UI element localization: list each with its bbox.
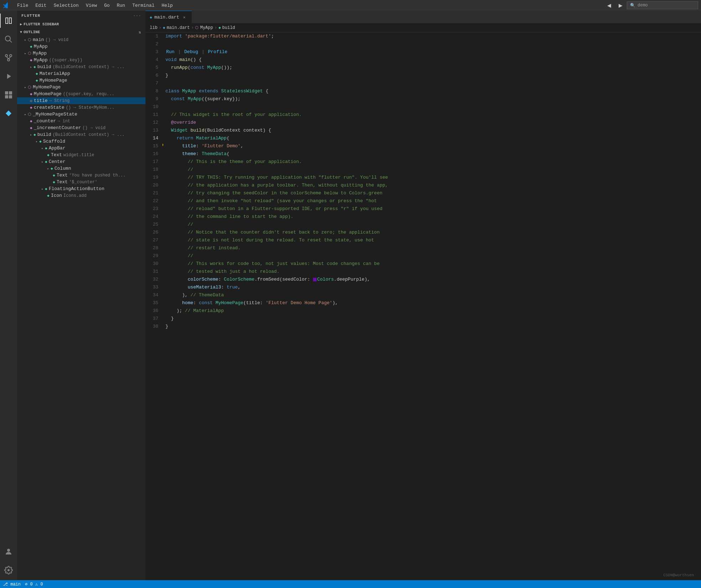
- ln-21: 21: [145, 189, 163, 197]
- icon-myapp-constructor: ◆: [30, 58, 32, 62]
- comment-21: // and then invoke "hot reload" (save yo…: [165, 197, 377, 205]
- outline-item-text-counter[interactable]: ◆ Text '$_counter': [17, 179, 145, 185]
- bottom-activity-icons: [0, 543, 17, 580]
- breadcrumb-method-icon: ◆: [219, 25, 221, 30]
- ln-35: 35: [145, 299, 163, 307]
- outline-item-main[interactable]: ▸ ⬡ main () → void: [17, 36, 145, 43]
- svg-rect-10: [9, 91, 12, 94]
- outline-item-column[interactable]: ▸ ◆ Column: [17, 165, 145, 172]
- indent-15: [165, 150, 182, 158]
- debug-link[interactable]: Debug: [184, 48, 198, 56]
- breadcrumb-method[interactable]: ◆ build: [219, 25, 235, 30]
- outline-item-increment[interactable]: ◆ _incrementCounter () → void: [17, 124, 145, 131]
- comment-17: //: [165, 166, 193, 174]
- ln-30: 30: [145, 260, 163, 268]
- icon-scaffold: ◆: [39, 139, 42, 144]
- ln-20: 20: [145, 181, 163, 189]
- outline-item-center[interactable]: ▸ ◆ Center: [17, 158, 145, 165]
- outline-item-myhomepage-in-build[interactable]: ◆ MyHomePage: [17, 77, 145, 84]
- activity-search[interactable]: [0, 31, 17, 48]
- vscode-icon: [3, 2, 9, 8]
- menu-go[interactable]: Go: [101, 2, 113, 9]
- svg-point-15: [7, 569, 10, 571]
- prop-colorscheme: colorScheme: [188, 276, 218, 283]
- str-home-page: 'Flutter Demo Home Page': [266, 299, 332, 307]
- code-content[interactable]: import 'package:flutter/material.dart'; …: [163, 32, 701, 580]
- outline-collapse-icon[interactable]: ⇅: [137, 29, 143, 35]
- svg-point-1: [5, 36, 10, 41]
- outline-item-myapp-constructor[interactable]: ◆ MyApp ({super.key}): [17, 57, 145, 63]
- ln-14: 14: [145, 134, 163, 142]
- outline-item-build-state[interactable]: ▸ ◆ build (BuildContext context) → ...: [17, 131, 145, 138]
- nav-back-button[interactable]: ◀: [604, 1, 614, 9]
- breadcrumb-class[interactable]: ⬡ MyApp: [195, 25, 213, 30]
- menu-selection[interactable]: Selection: [51, 2, 81, 9]
- lightbulb-icon[interactable]: 💡: [163, 142, 164, 150]
- outline-item-createstate[interactable]: ◆ createState () → State<MyHom...: [17, 104, 145, 111]
- menu-run[interactable]: Run: [114, 2, 128, 9]
- status-branch: ⎇ main: [3, 582, 21, 587]
- outline-item-counter[interactable]: ◆ _counter → int: [17, 118, 145, 124]
- activity-account[interactable]: [0, 543, 17, 560]
- chevron-build: ▸: [30, 65, 32, 69]
- outline-item-myapp-cls[interactable]: ◆ MyApp: [17, 43, 145, 50]
- icon-myhomepage-in-build: ◆: [36, 78, 38, 83]
- label-appbar: AppBar: [49, 145, 66, 151]
- outline-item-materialapp[interactable]: ◆ MaterialApp: [17, 70, 145, 77]
- flutter-sidebar-header[interactable]: ▶ FLUTTER SIDEBAR: [17, 21, 145, 28]
- code-line-23: // the command line to start the app).: [165, 213, 701, 221]
- outline-item-myhomepagestate[interactable]: ▸ ⬡ _MyHomePageState: [17, 111, 145, 118]
- tab-main-dart[interactable]: ◈ main.dart ✕: [145, 11, 192, 23]
- cls-myapp: MyApp: [207, 64, 221, 72]
- breadcrumb-lib[interactable]: lib: [150, 25, 158, 30]
- outline-item-scaffold[interactable]: ▸ ◆ Scaffold: [17, 138, 145, 145]
- prop-theme: theme: [182, 150, 196, 158]
- detail-title: → String: [49, 98, 70, 103]
- activity-settings[interactable]: [0, 562, 17, 579]
- outline-item-myapp-heading[interactable]: ▸ ⬡ MyApp: [17, 50, 145, 57]
- nav-forward-button[interactable]: ▶: [615, 1, 625, 9]
- line-numbers: 1 2 3 4 5 6 7 8 9 10 11 12 13 14 15 16 1…: [145, 32, 163, 580]
- cls-colors: Colors: [317, 276, 334, 283]
- menu-file[interactable]: File: [14, 2, 31, 9]
- ln-26: 26: [145, 229, 163, 236]
- breadcrumb-file[interactable]: ◈ main.dart: [163, 25, 190, 30]
- menu-edit[interactable]: Edit: [32, 2, 49, 9]
- ln-27: 27: [145, 236, 163, 244]
- search-box[interactable]: 🔍 demo: [627, 1, 698, 9]
- outline-item-myhomepage-heading[interactable]: ▸ ⬡ MyHomePage: [17, 84, 145, 91]
- menu-view[interactable]: View: [83, 2, 100, 9]
- outline-item-build[interactable]: ▸ ◆ build (BuildContext context) → ...: [17, 63, 145, 70]
- code-line-10: // This widget is the root of your appli…: [165, 111, 701, 119]
- code-line-9: [165, 103, 701, 111]
- icon-center: ◆: [45, 159, 47, 164]
- activity-run-debug[interactable]: [0, 68, 17, 85]
- outline-item-text-widgettitle[interactable]: ◆ Text widget.title: [17, 152, 145, 158]
- code-line-18: // TRY THIS: Try running your applicatio…: [165, 174, 701, 181]
- activity-extensions[interactable]: [0, 86, 17, 103]
- tab-close-button[interactable]: ✕: [181, 14, 187, 20]
- activity-explorer[interactable]: [0, 12, 17, 29]
- label-myapp-cls: MyApp: [34, 44, 48, 49]
- outline-item-text-pushed[interactable]: ◆ Text 'You have pushed th...: [17, 172, 145, 179]
- outline-item-appbar[interactable]: ▸ ◆ AppBar: [17, 145, 145, 152]
- flutter-chevron-icon: ▶: [20, 22, 22, 26]
- ln-29: 29: [145, 252, 163, 260]
- menu-help[interactable]: Help: [159, 2, 175, 9]
- punct-class-open: {: [263, 87, 268, 95]
- indent-31: [165, 276, 188, 283]
- kw-const-8: const: [171, 95, 188, 103]
- ln-37: 37: [145, 315, 163, 323]
- outline-item-icon-add[interactable]: ◆ Icon Icons.add: [17, 192, 145, 199]
- menu-terminal[interactable]: Terminal: [129, 2, 157, 9]
- outline-item-fab[interactable]: ▸ ◆ FloatingActionButton: [17, 185, 145, 192]
- run-link[interactable]: Run: [166, 48, 174, 56]
- svg-line-2: [10, 40, 12, 42]
- activity-source-control[interactable]: [0, 49, 17, 66]
- activity-flutter[interactable]: [0, 105, 17, 122]
- outline-header[interactable]: ▼ OUTLINE ⇅: [17, 28, 145, 36]
- outline-item-myhomepage-constructor[interactable]: ◆ MyHomePage ({super.key, requ...: [17, 91, 145, 97]
- outline-item-title[interactable]: ◇ title → String: [17, 97, 145, 104]
- sidebar-menu-icon[interactable]: ···: [133, 14, 141, 18]
- profile-link[interactable]: Profile: [208, 48, 227, 56]
